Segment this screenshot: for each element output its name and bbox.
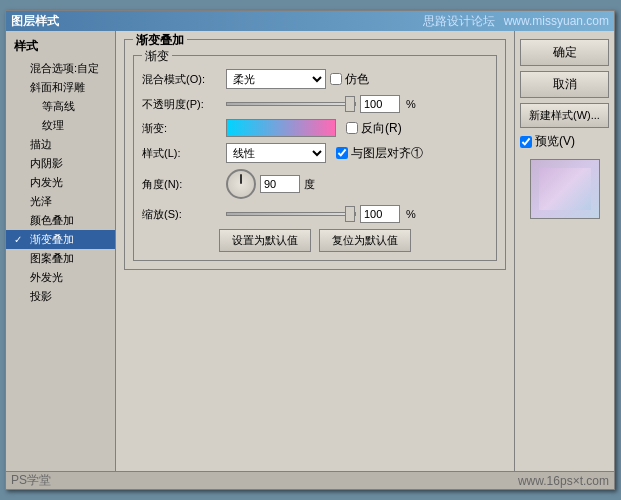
simulate-color-checkbox[interactable] [330,73,342,85]
sidebar-item-gradient-overlay[interactable]: ✓ 渐变叠加 [6,230,115,249]
sidebar-item-color-overlay[interactable]: 颜色叠加 [6,211,115,230]
sidebar-item-inner-glow[interactable]: 内发光 [6,173,115,192]
watermark-right: www.16ps×t.com [518,474,609,488]
blend-mode-label: 混合模式(O): [142,72,222,87]
opacity-slider-container: 100 % [226,95,488,113]
sidebar-label-drop-shadow: 投影 [30,289,52,304]
title-bar: 图层样式 思路设计论坛 www.missyuan.com [6,11,614,31]
preview-label: 预览(V) [535,133,575,150]
gradient-row: 渐变: 反向(R) [142,119,488,137]
reset-default-button[interactable]: 复位为默认值 [319,229,411,252]
sidebar-item-inner-shadow[interactable]: 内阴影 [6,154,115,173]
style-row: 样式(L): 线性 与图层对齐① [142,143,488,163]
sidebar-header: 样式 [6,36,115,57]
angle-dial[interactable] [226,169,256,199]
reverse-label: 反向(R) [361,120,402,137]
check-gradient-overlay: ✓ [14,234,26,245]
sidebar-label-texture: 纹理 [42,118,64,133]
degree-unit: 度 [304,177,315,192]
bottom-buttons: 设置为默认值 复位为默认值 [142,229,488,252]
new-style-button[interactable]: 新建样式(W)... [520,103,609,128]
angle-label: 角度(N): [142,177,222,192]
style-label: 样式(L): [142,146,222,161]
scale-row: 缩放(S): 100 % [142,205,488,223]
sidebar-label-color-overlay: 颜色叠加 [30,213,74,228]
sidebar-label-satin: 光泽 [30,194,52,209]
preview-inner [539,168,591,210]
align-layer-checkbox[interactable] [336,147,348,159]
watermark-bar: PS学堂 www.16ps×t.com [6,471,614,489]
cancel-button[interactable]: 取消 [520,71,609,98]
sidebar-item-blending[interactable]: 混合选项:自定 [6,59,115,78]
align-layer-label: 与图层对齐① [351,145,423,162]
simulate-color-checkbox-label[interactable]: 仿色 [330,71,369,88]
sidebar-item-contour[interactable]: 等高线 [6,97,115,116]
gradient-overlay-group: 渐变叠加 渐变 混合模式(O): 柔光 仿色 [124,39,506,270]
sidebar-label-gradient-overlay: 渐变叠加 [30,232,74,247]
sidebar-item-outer-glow[interactable]: 外发光 [6,268,115,287]
sidebar-item-bevel[interactable]: 斜面和浮雕 [6,78,115,97]
sidebar-label-stroke: 描边 [30,137,52,152]
angle-input[interactable]: 90 [260,175,300,193]
scale-unit: % [406,208,416,220]
scale-label: 缩放(S): [142,207,222,222]
angle-row: 角度(N): 90 度 [142,169,488,199]
dialog-body: 样式 混合选项:自定 斜面和浮雕 等高线 纹理 描边 [6,31,614,489]
preview-checkbox[interactable] [520,136,532,148]
angle-control: 90 度 [226,169,315,199]
right-panel: 确定 取消 新建样式(W)... 预览(V) [514,31,614,489]
sidebar-label-inner-glow: 内发光 [30,175,63,190]
gradient-inner-group: 渐变 混合模式(O): 柔光 仿色 不透明度(P [133,55,497,261]
sidebar-label-contour: 等高线 [42,99,75,114]
opacity-slider[interactable] [226,102,356,106]
opacity-row: 不透明度(P): 100 % [142,95,488,113]
set-default-button[interactable]: 设置为默认值 [219,229,311,252]
dialog-title: 图层样式 [11,13,59,30]
align-layer-checkbox-label[interactable]: 与图层对齐① [336,145,423,162]
scale-input[interactable]: 100 [360,205,400,223]
scale-slider-container: 100 % [226,205,488,223]
preview-box [530,159,600,219]
gradient-picker[interactable] [226,119,336,137]
sidebar-label-blending: 混合选项:自定 [30,61,99,76]
sidebar-label-inner-shadow: 内阴影 [30,156,63,171]
site-watermark: 思路设计论坛 www.missyuan.com [423,13,609,30]
sidebar-item-texture[interactable]: 纹理 [6,116,115,135]
scale-slider[interactable] [226,212,356,216]
sidebar-label-outer-glow: 外发光 [30,270,63,285]
opacity-label: 不透明度(P): [142,97,222,112]
ok-button[interactable]: 确定 [520,39,609,66]
simulate-color-label: 仿色 [345,71,369,88]
group-title: 渐变叠加 [133,32,187,49]
dialog: 图层样式 思路设计论坛 www.missyuan.com 样式 混合选项:自定 … [5,10,615,490]
sidebar-item-pattern-overlay[interactable]: 图案叠加 [6,249,115,268]
sidebar-item-stroke[interactable]: 描边 [6,135,115,154]
blend-mode-row: 混合模式(O): 柔光 仿色 [142,69,488,89]
sidebar-item-satin[interactable]: 光泽 [6,192,115,211]
sidebar-label-bevel: 斜面和浮雕 [30,80,85,95]
sidebar-item-drop-shadow[interactable]: 投影 [6,287,115,306]
reverse-checkbox[interactable] [346,122,358,134]
sidebar-label-pattern-overlay: 图案叠加 [30,251,74,266]
gradient-label: 渐变: [142,121,222,136]
opacity-unit: % [406,98,416,110]
preview-checkbox-label[interactable]: 预览(V) [520,133,609,150]
watermark-left: PS学堂 [11,472,51,489]
blend-mode-select[interactable]: 柔光 [226,69,326,89]
sidebar: 样式 混合选项:自定 斜面和浮雕 等高线 纹理 描边 [6,31,116,489]
style-select[interactable]: 线性 [226,143,326,163]
reverse-checkbox-label[interactable]: 反向(R) [346,120,402,137]
inner-group-title: 渐变 [142,48,172,65]
main-content: 渐变叠加 渐变 混合模式(O): 柔光 仿色 [116,31,514,489]
opacity-input[interactable]: 100 [360,95,400,113]
